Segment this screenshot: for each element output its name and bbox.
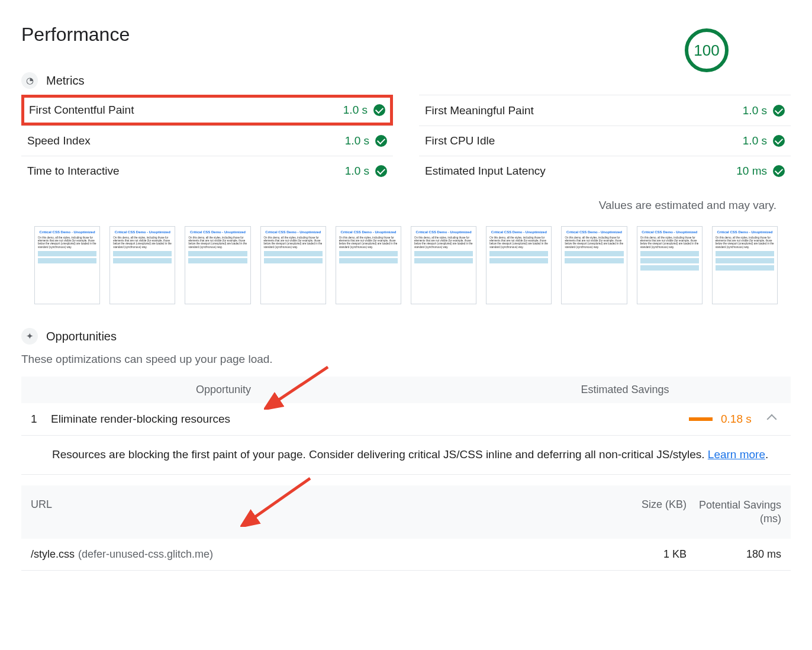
metric-value: 10 ms xyxy=(736,165,767,178)
resource-path: /style.css xyxy=(31,548,75,560)
metrics-grid: First Contentful Paint1.0 sFirst Meaning… xyxy=(21,95,791,186)
potential-savings-column-header: Potential Savings (ms) xyxy=(687,498,781,526)
opportunities-section-title: Opportunities xyxy=(46,330,117,343)
metric-row[interactable]: First CPU Idle1.0 s xyxy=(419,126,791,156)
opportunities-header: Opportunity Estimated Savings xyxy=(21,377,791,403)
metric-name: Estimated Input Latency xyxy=(425,165,546,178)
metric-value: 1.0 s xyxy=(743,104,767,117)
metrics-disclaimer: Values are estimated and may vary. xyxy=(21,199,791,212)
check-icon xyxy=(773,165,785,177)
check-icon xyxy=(773,105,785,117)
filmstrip-frame: Critical CSS Demo - UnoptimizedOn this d… xyxy=(260,226,326,304)
metric-row[interactable]: Time to Interactive1.0 s xyxy=(21,156,393,186)
opportunities-icon: ✦ xyxy=(21,328,38,345)
resource-host: (defer-unused-css.glitch.me) xyxy=(78,548,213,560)
filmstrip-frame: Critical CSS Demo - UnoptimizedOn this d… xyxy=(712,226,778,304)
metric-name: Time to Interactive xyxy=(27,165,120,178)
resources-list: /style.css(defer-unused-css.glitch.me)1 … xyxy=(21,539,791,571)
metric-row[interactable]: Speed Index1.0 s xyxy=(21,126,393,156)
check-icon xyxy=(373,104,385,116)
stopwatch-icon: ◔ xyxy=(21,72,38,89)
size-column-header: Size (KB) xyxy=(610,498,687,526)
metric-row[interactable]: First Meaningful Paint1.0 s xyxy=(419,95,791,126)
opportunity-row[interactable]: 1 Eliminate render-blocking resources 0.… xyxy=(21,403,791,436)
filmstrip: Critical CSS Demo - UnoptimizedOn this d… xyxy=(21,226,791,304)
filmstrip-frame: Critical CSS Demo - UnoptimizedOn this d… xyxy=(411,226,476,304)
opportunity-title: Eliminate render-blocking resources xyxy=(51,413,359,426)
filmstrip-frame: Critical CSS Demo - UnoptimizedOn this d… xyxy=(336,226,401,304)
opportunity-detail: Resources are blocking the first paint o… xyxy=(21,436,791,475)
savings-bar xyxy=(689,417,713,421)
metric-value: 1.0 s xyxy=(345,134,369,147)
metric-name: First Contentful Paint xyxy=(29,104,134,117)
opportunity-column-header: Opportunity xyxy=(32,384,251,396)
resources-header: URL Size (KB) Potential Savings (ms) xyxy=(21,485,791,539)
filmstrip-frame: Critical CSS Demo - UnoptimizedOn this d… xyxy=(561,226,627,304)
opportunity-index: 1 xyxy=(27,413,51,426)
check-icon xyxy=(375,135,387,147)
filmstrip-frame: Critical CSS Demo - UnoptimizedOn this d… xyxy=(637,226,703,304)
metrics-section-title: Metrics xyxy=(46,74,84,88)
filmstrip-frame: Critical CSS Demo - UnoptimizedOn this d… xyxy=(486,226,552,304)
metric-value: 1.0 s xyxy=(345,165,369,178)
learn-more-link[interactable]: Learn more xyxy=(708,448,765,461)
metric-value: 1.0 s xyxy=(343,104,368,117)
resource-row[interactable]: /style.css(defer-unused-css.glitch.me)1 … xyxy=(21,539,791,571)
metric-name: Speed Index xyxy=(27,134,91,147)
metric-name: First Meaningful Paint xyxy=(425,104,534,117)
filmstrip-frame: Critical CSS Demo - UnoptimizedOn this d… xyxy=(109,226,175,304)
filmstrip-frame: Critical CSS Demo - UnoptimizedOn this d… xyxy=(185,226,250,304)
page-title: Performance xyxy=(21,24,130,46)
resource-savings: 180 ms xyxy=(687,548,781,561)
chevron-up-icon[interactable] xyxy=(767,414,777,424)
opportunities-description: These optimizations can speed up your pa… xyxy=(21,353,791,366)
performance-score-gauge: 100 xyxy=(685,28,729,72)
check-icon xyxy=(773,135,785,147)
filmstrip-frame: Critical CSS Demo - UnoptimizedOn this d… xyxy=(34,226,100,304)
resource-size: 1 KB xyxy=(610,548,687,561)
metric-name: First CPU Idle xyxy=(425,134,495,147)
opportunity-savings: 0.18 s xyxy=(721,413,756,426)
url-column-header: URL xyxy=(31,498,610,526)
savings-column-header: Estimated Savings xyxy=(251,384,780,396)
metric-row[interactable]: First Contentful Paint1.0 s xyxy=(21,95,393,126)
metric-value: 1.0 s xyxy=(743,134,767,147)
check-icon xyxy=(375,165,387,177)
metric-row[interactable]: Estimated Input Latency10 ms xyxy=(419,156,791,186)
